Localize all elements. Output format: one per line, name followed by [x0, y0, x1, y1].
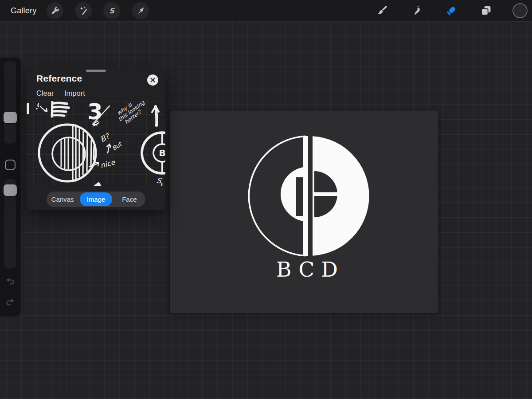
- tab-canvas[interactable]: Canvas: [47, 192, 78, 206]
- svg-text:B: B: [159, 148, 165, 158]
- brush-size-slider[interactable]: [4, 61, 17, 144]
- reference-sketch: 3 B? But: [27, 101, 165, 186]
- artboard-canvas[interactable]: BCD: [170, 111, 438, 313]
- top-toolbar: Gallery S: [0, 0, 532, 21]
- panel-drag-handle[interactable]: [86, 70, 106, 72]
- svg-text:B?: B?: [98, 131, 111, 144]
- procreate-app: { "topbar": { "gallery_label": "Gallery"…: [0, 0, 532, 399]
- eraser-icon: [445, 4, 458, 17]
- opacity-slider-handle[interactable]: [4, 184, 17, 196]
- smudge-icon: [411, 4, 423, 17]
- smudge-tool-button[interactable]: [411, 4, 423, 17]
- logo-left-dark-stripe: [296, 177, 303, 216]
- tab-face[interactable]: Face: [113, 192, 145, 206]
- logo-artwork: BCD: [170, 111, 438, 313]
- undo-icon: [5, 277, 15, 286]
- transform-button[interactable]: [132, 2, 149, 19]
- close-icon: [150, 77, 156, 83]
- modify-button[interactable]: [5, 160, 16, 170]
- magic-wand-icon: [78, 5, 89, 16]
- reference-image[interactable]: 3 B? But: [27, 101, 165, 186]
- brush-icon: [376, 4, 388, 17]
- reference-tab-bar: Canvas Image Face: [47, 192, 145, 207]
- color-swatch: [512, 3, 528, 18]
- erase-tool-button[interactable]: [445, 4, 458, 17]
- selection-s-icon: S: [106, 5, 117, 16]
- gallery-button[interactable]: Gallery: [11, 0, 36, 21]
- actions-button[interactable]: [47, 2, 63, 19]
- clear-button[interactable]: Clear: [36, 89, 54, 98]
- wrench-icon: [50, 5, 60, 16]
- svg-text:But: But: [111, 140, 123, 152]
- brush-sidebar: [0, 58, 20, 316]
- layers-button[interactable]: [480, 4, 492, 17]
- adjustments-button[interactable]: [75, 2, 92, 19]
- selection-button[interactable]: S: [103, 2, 120, 19]
- reference-panel: Reference Clear Import: [27, 68, 165, 210]
- close-button[interactable]: [147, 74, 158, 86]
- redo-icon: [5, 297, 15, 307]
- panel-title: Reference: [36, 73, 82, 84]
- import-button[interactable]: Import: [64, 89, 85, 98]
- redo-button[interactable]: [5, 297, 15, 307]
- svg-text:nice: nice: [99, 158, 116, 170]
- svg-text:S: S: [109, 7, 115, 15]
- logo-inner-left-disc: [281, 167, 308, 222]
- transform-arrow-icon: [135, 5, 146, 16]
- layers-icon: [480, 4, 492, 17]
- brush-size-slider-handle[interactable]: [4, 112, 17, 123]
- paint-tool-button[interactable]: [376, 4, 388, 17]
- undo-button[interactable]: [5, 277, 15, 286]
- color-button[interactable]: [512, 3, 528, 18]
- tab-image[interactable]: Image: [80, 192, 112, 206]
- logo-right-white-stripe: [314, 192, 338, 196]
- logo-text: BCD: [276, 257, 344, 282]
